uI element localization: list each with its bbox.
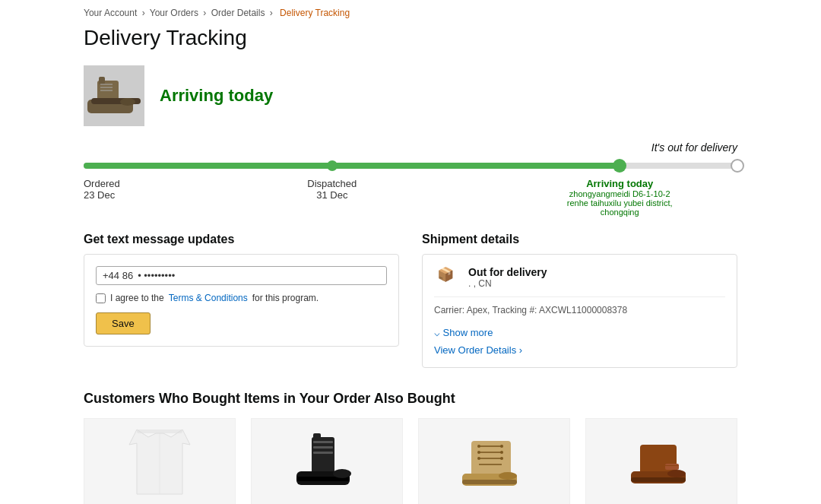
breadcrumb-orders[interactable]: Your Orders: [150, 8, 198, 18]
breadcrumb-sep2: ›: [203, 8, 206, 18]
label-arriving: Arriving today zhongyangmeidi D6-1-10-2 …: [561, 178, 679, 217]
svg-point-30: [500, 451, 503, 454]
product-grid: [84, 418, 737, 504]
breadcrumb-sep3: ›: [270, 8, 273, 18]
boot-svg: [84, 69, 144, 122]
customers-title: Customers Who Bought Items in Your Order…: [84, 391, 737, 407]
product-card-2[interactable]: [251, 418, 403, 504]
label-dispatched-title: Dispatched: [307, 178, 357, 189]
shipment-box: 📦 Out for delivery . , CN Carrier: Apex,…: [422, 254, 737, 368]
tracker-labels: Ordered 23 Dec Dispatched 31 Dec Arrivin…: [84, 178, 737, 210]
text-updates-title: Get text message updates: [84, 233, 399, 246]
dot-arriving: [613, 159, 626, 173]
label-dispatched-date: 31 Dec: [307, 189, 357, 201]
terms-text: I agree to the: [110, 293, 164, 303]
terms-suffix: for this program.: [252, 293, 319, 303]
progress-bar-fill: [84, 163, 620, 169]
product-img-2: [251, 418, 403, 504]
label-arriving-title: Arriving today: [586, 178, 653, 189]
product-img-1: [84, 418, 236, 504]
svg-point-22: [499, 472, 517, 480]
show-more-link[interactable]: ⌵ Show more: [434, 327, 725, 338]
two-col-section: Get text message updates +44 86 • ••••••…: [84, 233, 737, 368]
breadcrumb-sep1: ›: [142, 8, 145, 18]
svg-rect-17: [313, 446, 333, 449]
shipment-location: . , CN: [468, 278, 547, 289]
svg-point-29: [477, 451, 480, 454]
svg-point-3: [120, 98, 135, 106]
product-image: [84, 65, 144, 126]
save-button[interactable]: Save: [96, 312, 151, 334]
svg-rect-4: [99, 77, 105, 84]
svg-point-28: [500, 445, 503, 448]
terms-link[interactable]: Terms & Conditions: [169, 293, 248, 303]
phone-input[interactable]: +44 86 • •••••••••: [96, 266, 387, 285]
tan-boot-svg: [456, 422, 532, 504]
svg-point-27: [477, 445, 480, 448]
svg-rect-18: [313, 452, 333, 454]
customers-section: Customers Who Bought Items in Your Order…: [84, 391, 737, 504]
text-updates-box: +44 86 • ••••••••• I agree to the Terms …: [84, 254, 399, 347]
product-card-4[interactable]: [585, 418, 737, 504]
country-code: +44 86: [103, 270, 133, 281]
product-img-3: [418, 418, 570, 504]
svg-rect-10: [137, 430, 182, 433]
dot-end: [731, 159, 744, 173]
breadcrumb: Your Account › Your Orders › Order Detai…: [84, 8, 737, 18]
page-wrapper: Your Account › Your Orders › Order Detai…: [68, 0, 753, 504]
product-section: Arriving today: [84, 65, 737, 126]
svg-point-14: [333, 469, 351, 478]
black-boot-svg: [289, 422, 365, 504]
shipment-title: Shipment details: [422, 233, 737, 246]
breadcrumb-current: Delivery Tracking: [280, 8, 350, 18]
label-ordered: Ordered 23 Dec: [84, 178, 120, 201]
svg-rect-35: [631, 477, 686, 482]
page-title: Delivery Tracking: [84, 26, 737, 50]
terms-checkbox[interactable]: [96, 293, 106, 303]
shipment-status: Out for delivery: [468, 266, 547, 278]
arriving-today-label: Arriving today: [160, 86, 273, 106]
label-dispatched: Dispatched 31 Dec: [307, 178, 357, 201]
svg-rect-37: [665, 464, 679, 470]
label-arriving-address: zhongyangmeidi D6-1-10-2 renhe taihuxilu…: [561, 189, 679, 217]
shipment-info: Out for delivery . , CN: [468, 266, 547, 289]
shipment-row: 📦 Out for delivery . , CN: [434, 266, 725, 297]
svg-rect-38: [665, 465, 679, 466]
label-ordered-date: 23 Dec: [84, 189, 120, 201]
product-card-1[interactable]: [84, 418, 236, 504]
dot-dispatched: [327, 160, 338, 171]
view-order-details-link[interactable]: View Order Details ›: [434, 344, 522, 356]
progress-bar-container: [84, 160, 737, 172]
svg-point-32: [500, 457, 503, 460]
terms-line: I agree to the Terms & Conditions for th…: [96, 293, 387, 303]
brown-boot-svg: [623, 422, 699, 504]
product-img-4: [585, 418, 737, 504]
svg-point-36: [667, 470, 686, 477]
svg-point-31: [477, 457, 480, 460]
breadcrumb-order-details[interactable]: Order Details: [211, 8, 265, 18]
tracker-section: It's out for delivery Ordered 23 Dec Dis…: [84, 141, 737, 210]
shipment-col: Shipment details 📦 Out for delivery . , …: [422, 233, 737, 368]
package-icon: 📦: [434, 266, 457, 283]
product-card-3[interactable]: [418, 418, 570, 504]
tracker-status: It's out for delivery: [84, 141, 737, 154]
svg-rect-16: [313, 441, 333, 443]
text-updates-col: Get text message updates +44 86 • ••••••…: [84, 233, 399, 368]
carrier-info: Carrier: Apex, Tracking #: AXCWL11000008…: [434, 305, 725, 315]
svg-rect-21: [462, 480, 517, 484]
phone-number: • •••••••••: [138, 270, 175, 281]
shirt-svg: [122, 422, 198, 504]
breadcrumb-account[interactable]: Your Account: [84, 8, 137, 18]
label-ordered-title: Ordered: [84, 178, 120, 189]
